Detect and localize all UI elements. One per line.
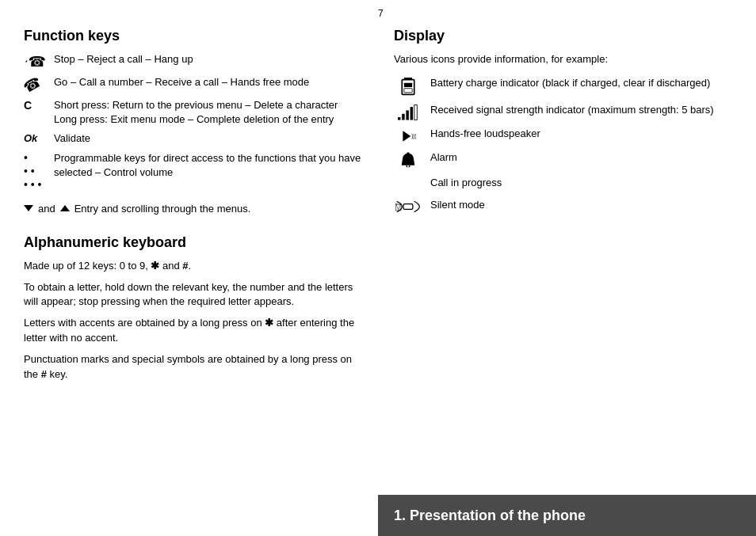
c-key-icon: C [24,98,46,112]
arrow-up-icon [60,205,70,211]
arrow-down-icon [24,205,33,211]
display-section: Display Various icons provide informatio… [394,24,732,214]
alphanumeric-section: Alphanumeric keyboard Made up of 12 keys… [24,230,362,389]
main-content: Function keys ☎ Stop – Reject a call [0,0,756,536]
battery-icon [394,76,422,97]
svg-rect-6 [406,111,408,120]
footer-text: 1. Presentation of the phone [394,507,586,524]
fk-row-call: ☎ Go – Call a number – Receive a call – … [24,75,362,93]
function-keys-title: Function keys [24,28,362,44]
call-progress-icon [394,176,422,192]
fk-row-hangup: ☎ Stop – Reject a call – Hang up [24,52,362,70]
display-row-silent: ⍔ Silent mode [394,198,732,214]
battery-text: Battery charge indicator (black if charg… [430,76,732,90]
ok-key-icon: Ok [24,131,46,144]
footer-bar: 1. Presentation of the phone [378,495,756,536]
alpha-para-2: To obtain a letter, hold down the releva… [24,280,362,310]
hang-up-icon: ☎ [24,52,46,70]
alarm-text: Alarm [430,150,732,165]
alarm-icon [394,150,422,169]
display-title: Display [394,28,732,44]
left-column: Function keys ☎ Stop – Reject a call [24,24,362,528]
svg-rect-5 [402,114,404,120]
dots-icon: • • • • • • [24,151,46,192]
display-row-signal: Received signal strength indicator (maxi… [394,103,732,120]
alpha-para-1: Made up of 12 keys: 0 to 9, ✱ and #. [24,259,362,274]
display-intro: Various icons provide information, for e… [394,52,732,67]
scroll-row: and Entry and scrolling through the menu… [24,203,362,215]
fk-row-c: C Short press: Return to the previous me… [24,98,362,127]
fk-call-text: Go – Call a number – Receive a call – Ha… [54,75,362,89]
svg-rect-2 [404,83,412,87]
svg-rect-15 [403,204,413,210]
svg-rect-4 [398,117,400,120]
call-icon: ☎ [24,75,46,93]
display-row-call-progress: Call in progress [394,176,732,192]
fk-c-text: Short press: Return to the previous menu… [54,98,362,127]
function-keys-section: Function keys ☎ Stop – Reject a call [24,24,362,226]
svg-rect-7 [410,107,413,120]
svg-marker-9 [403,131,410,142]
svg-rect-3 [404,89,412,93]
svg-text:)))): )))) [411,133,416,139]
signal-icon [394,103,422,120]
page-number: 7 [378,8,384,19]
display-row-battery: Battery charge indicator (black if charg… [394,76,732,97]
fk-row-ok: Ok Validate [24,131,362,146]
fk-dots-text: Programmable keys for direct access to t… [54,151,362,180]
scroll-and-text: and [38,203,55,215]
fk-row-dots: • • • • • • Programmable keys for direct… [24,151,362,192]
display-row-alarm: Alarm [394,150,732,169]
alphanumeric-title: Alphanumeric keyboard [24,234,362,251]
alpha-para-4: Punctuation marks and special symbols ar… [24,352,362,382]
silent-icon: ⍔ [394,198,422,214]
alpha-para-3: Letters with accents are obtained by a l… [24,316,362,346]
silent-text: Silent mode [430,198,732,212]
signal-text: Received signal strength indicator (maxi… [430,103,732,117]
scroll-description: Entry and scrolling through the menus. [74,203,251,215]
fk-hangup-text: Stop – Reject a call – Hang up [54,52,362,67]
display-list: Battery charge indicator (black if charg… [394,76,732,214]
right-column: Display Various icons provide informatio… [378,24,732,528]
handsfree-text: Hands-free loudspeaker [430,127,732,141]
svg-rect-8 [414,105,417,120]
handsfree-icon: )))) [394,127,422,144]
svg-point-12 [407,152,409,154]
call-progress-text: Call in progress [430,176,732,190]
display-row-handsfree: )))) Hands-free loudspeaker [394,127,732,144]
fk-ok-text: Validate [54,131,362,146]
function-keys-list: ☎ Stop – Reject a call – Hang up ☎ Go – … [24,52,362,192]
page-container: 7 Function keys ☎ [0,0,756,536]
